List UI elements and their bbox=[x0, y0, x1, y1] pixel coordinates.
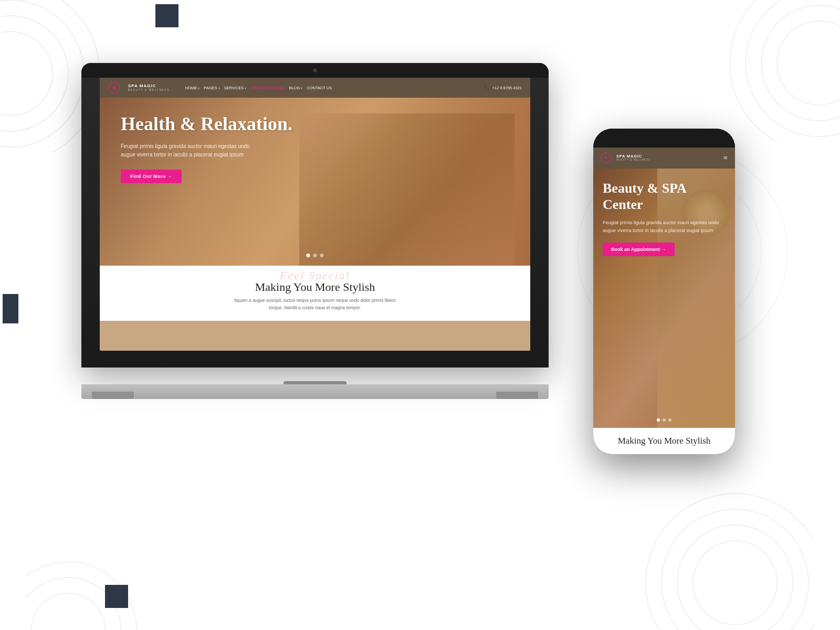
laptop-nav-contact[interactable]: CONTACT US bbox=[307, 86, 332, 90]
svg-point-13 bbox=[26, 578, 121, 630]
svg-point-9 bbox=[677, 525, 793, 630]
phone-cta-button[interactable]: Book an Appointment → bbox=[603, 243, 675, 256]
laptop-cursive-text: Feel Special bbox=[280, 269, 350, 282]
svg-point-5 bbox=[761, 5, 840, 121]
svg-point-14 bbox=[26, 562, 136, 630]
svg-point-0 bbox=[0, 32, 52, 116]
phone-notch-bar bbox=[593, 129, 735, 148]
svg-point-2 bbox=[0, 0, 84, 147]
decorative-square-1 bbox=[155, 4, 178, 27]
phone-dot-1[interactable] bbox=[657, 418, 660, 422]
laptop-dot-3[interactable] bbox=[320, 254, 324, 257]
laptop-body: ❋ SPA MAGIC BEAUTY & WELLNESS HOME ▾ PAG… bbox=[81, 63, 549, 368]
laptop-device: ❋ SPA MAGIC BEAUTY & WELLNESS HOME ▾ PAG… bbox=[81, 63, 549, 399]
laptop-nav-blog[interactable]: BLOG ▾ bbox=[289, 86, 302, 90]
phone-dot-3[interactable] bbox=[668, 418, 671, 422]
svg-point-1 bbox=[0, 16, 68, 131]
phone-slider-dots bbox=[657, 418, 671, 422]
laptop-camera bbox=[313, 68, 317, 72]
laptop-phone: 📞 +12 9 8765 4321 bbox=[485, 86, 522, 90]
phone-body: ❋ SPA MAGIC BEAUTY & WELLNESS ≡ Beauty &… bbox=[593, 129, 735, 454]
laptop-slider-dots bbox=[307, 254, 324, 257]
phone-section-title: Making You More Stylish bbox=[618, 435, 711, 447]
phone-hero-content: Beauty & SPA Center Feugiat primis ligul… bbox=[603, 180, 726, 256]
circles-top-right bbox=[688, 0, 840, 142]
laptop-camera-bar bbox=[81, 63, 549, 78]
phone-screen: ❋ SPA MAGIC BEAUTY & WELLNESS ≡ Beauty &… bbox=[593, 148, 735, 454]
svg-point-4 bbox=[777, 21, 840, 105]
phone-device: ❋ SPA MAGIC BEAUTY & WELLNESS ≡ Beauty &… bbox=[593, 129, 735, 454]
laptop-section-desc: liquam a augue suscipit, luctus neque pu… bbox=[234, 297, 395, 311]
svg-point-11 bbox=[646, 494, 814, 630]
decorative-square-2 bbox=[3, 294, 18, 323]
laptop-screen: ❋ SPA MAGIC BEAUTY & WELLNESS HOME ▾ PAG… bbox=[100, 78, 530, 351]
phone-logo-text-block: SPA MAGIC BEAUTY & WELLNESS bbox=[614, 154, 650, 161]
laptop-nav: ❋ SPA MAGIC BEAUTY & WELLNESS HOME ▾ PAG… bbox=[100, 78, 530, 98]
laptop-nav-pages[interactable]: PAGES ▾ bbox=[204, 86, 219, 90]
laptop-base bbox=[81, 384, 549, 399]
laptop-cta-button[interactable]: Find Out More → bbox=[121, 170, 182, 183]
laptop-hero: Health & Relaxation. Feugiat primis ligu… bbox=[100, 98, 530, 266]
phone-logo-icon: ❋ bbox=[601, 153, 611, 163]
laptop-brand-sub: BEAUTY & WELLNESS bbox=[128, 89, 170, 92]
svg-point-12 bbox=[32, 593, 105, 630]
decorative-square-3 bbox=[105, 585, 128, 608]
laptop-logo-text: SPA MAGIC BEAUTY & WELLNESS bbox=[128, 84, 170, 91]
phone-hero-title: Beauty & SPA Center bbox=[603, 180, 726, 213]
circles-bottom-right bbox=[630, 478, 814, 630]
hamburger-icon[interactable]: ≡ bbox=[723, 154, 728, 162]
laptop-nav-links: HOME ▾ PAGES ▾ SERVICES ▾ ONLINE BOOKING… bbox=[185, 86, 332, 90]
laptop-foot-right bbox=[496, 392, 538, 399]
laptop-logo-icon: ❋ bbox=[108, 82, 120, 93]
phone-hero: Beauty & SPA Center Feugiat primis ligul… bbox=[593, 169, 735, 428]
svg-point-8 bbox=[693, 541, 777, 625]
laptop-nav-home[interactable]: HOME ▾ bbox=[185, 86, 200, 90]
hero-hands-img bbox=[299, 113, 514, 266]
svg-point-10 bbox=[662, 509, 808, 630]
laptop-hero-title: Health & Relaxation. bbox=[121, 113, 292, 135]
phone-notch bbox=[638, 129, 690, 139]
phone-dot-2[interactable] bbox=[663, 418, 666, 422]
phone-brand-sub: BEAUTY & WELLNESS bbox=[616, 159, 650, 162]
phone-icon: 📞 bbox=[485, 86, 490, 90]
laptop-dot-1[interactable] bbox=[307, 254, 310, 257]
circles-bottom-left bbox=[26, 504, 173, 630]
laptop-hero-desc: Feugiat primis ligula gravida auctor mau… bbox=[121, 142, 292, 159]
laptop-nav-booking[interactable]: ONLINE BOOKING bbox=[250, 86, 285, 90]
laptop-phone-number: +12 9 8765 4321 bbox=[492, 86, 522, 90]
svg-point-6 bbox=[746, 0, 840, 136]
laptop-nav-services[interactable]: SERVICES ▾ bbox=[224, 86, 247, 90]
phone-hero-desc: Feugiat primis ligula gravida auctor mau… bbox=[603, 219, 726, 234]
phone-white-section: Making You More Stylish bbox=[593, 428, 735, 454]
laptop-hero-content: Health & Relaxation. Feugiat primis ligu… bbox=[121, 113, 292, 183]
laptop-foot-left bbox=[92, 392, 134, 399]
laptop-white-section: Feel Special Making You More Stylish liq… bbox=[100, 266, 530, 321]
laptop-dot-2[interactable] bbox=[313, 254, 317, 257]
svg-point-7 bbox=[730, 0, 840, 142]
phone-nav: ❋ SPA MAGIC BEAUTY & WELLNESS ≡ bbox=[593, 148, 735, 169]
